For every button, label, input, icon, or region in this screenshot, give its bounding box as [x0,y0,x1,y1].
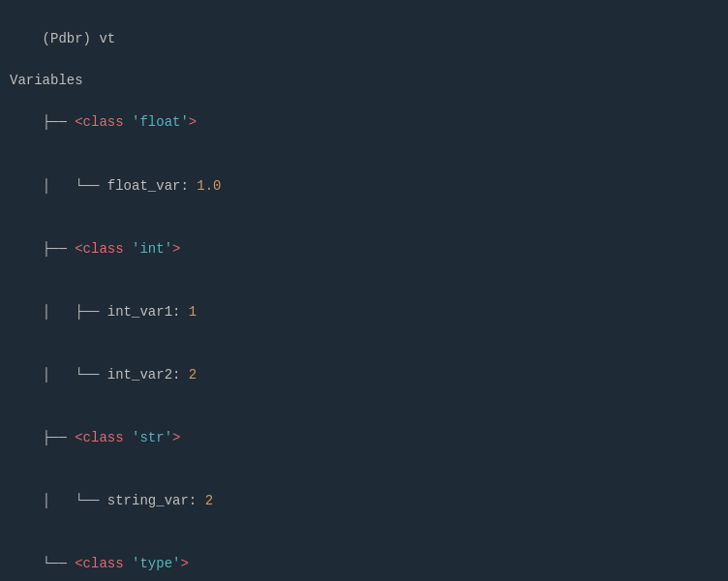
class-type-line: └── <class 'type'> [10,533,718,581]
int-var2-line: │ └── int_var2: 2 [10,344,718,407]
string-var-line: │ └── string_var: 2 [10,470,718,533]
class-int-line: ├── <class 'int'> [10,218,718,281]
class-float-line: ├── <class 'float'> [10,92,718,155]
int-var1-line: │ ├── int_var1: 1 [10,281,718,344]
float-var-line: │ └── float_var: 1.0 [10,155,718,218]
cmd-line-1: (Pdbr) vt [10,8,718,71]
class-str-line: ├── <class 'str'> [10,407,718,470]
variables-header: Variables [10,71,718,92]
prompt-1: (Pdbr) vt [43,31,116,46]
terminal-window: (Pdbr) vt Variables ├── <class 'float'> … [0,0,728,581]
